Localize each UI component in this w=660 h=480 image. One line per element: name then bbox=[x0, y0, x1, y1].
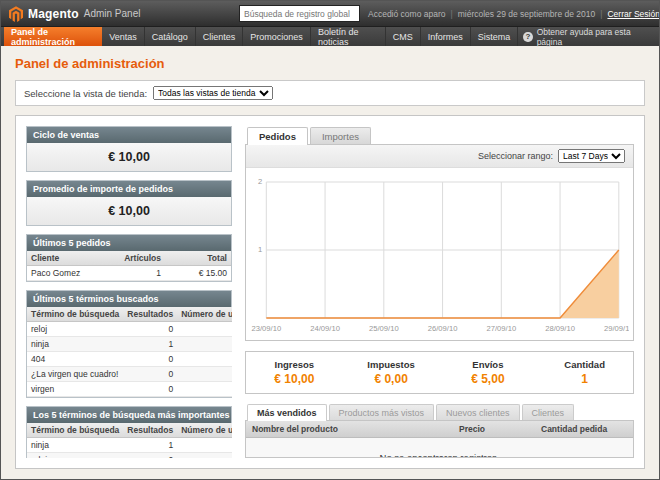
global-search-input[interactable] bbox=[239, 5, 360, 22]
average-orders-box: Promedio de importe de pedidos € 10,00 bbox=[26, 180, 232, 226]
table-cell: 1 bbox=[123, 337, 177, 352]
box-title: Ciclo de ventas bbox=[27, 127, 231, 143]
column-header-price: Precio bbox=[453, 421, 535, 437]
page-help-link[interactable]: ? Obtener ayuda para esta página bbox=[518, 27, 656, 46]
total-impuestos: Impuestos€ 0,00 bbox=[343, 357, 440, 388]
column-header-qty: Cantidad pedida bbox=[535, 421, 633, 437]
svg-text:27/09/10: 27/09/10 bbox=[486, 324, 516, 333]
help-label: Obtener ayuda para esta página bbox=[537, 27, 651, 47]
total-cantidad: Cantidad1 bbox=[536, 357, 633, 388]
table-row: reloj02 bbox=[27, 453, 232, 459]
range-label: Seleccionar rango: bbox=[478, 151, 553, 161]
orders-area-chart: 1223/09/1024/09/1025/09/1026/09/1027/09/… bbox=[250, 172, 629, 336]
table-cell: 1 bbox=[177, 382, 232, 397]
last-orders-box: Últimos 5 pedidos ClienteArtículosTotalP… bbox=[26, 234, 232, 282]
table-cell: reloj bbox=[27, 322, 123, 337]
nav-item-panel-de-administraci-n[interactable]: Panel de administración bbox=[4, 27, 102, 46]
average-orders-value: € 10,00 bbox=[27, 197, 231, 225]
chart-panel: Seleccionar rango: Last 7 Days 1223/09/1… bbox=[245, 144, 634, 341]
nav-item-bolet-n-de-noticias[interactable]: Boletín de noticias bbox=[311, 27, 386, 46]
column-header-t-rmino-de-b-squeda: Término de búsqueda bbox=[27, 307, 123, 322]
nav-item-ventas[interactable]: Ventas bbox=[102, 27, 145, 46]
nav-item-clientes[interactable]: Clientes bbox=[196, 27, 244, 46]
nav-items: Panel de administraciónVentasCatálogoCli… bbox=[4, 27, 518, 46]
dashboard-panel: Ciclo de ventas € 10,00 Promedio de impo… bbox=[15, 115, 645, 469]
table-row: 40401 bbox=[27, 352, 232, 367]
page-title: Panel de administración bbox=[15, 56, 645, 71]
column-header-resultados: Resultados bbox=[123, 307, 177, 322]
last-search-terms-box: Últimos 5 términos buscados Término de b… bbox=[26, 290, 232, 398]
nav-item-cat-logo[interactable]: Catálogo bbox=[145, 27, 196, 46]
table-cell: 0 bbox=[123, 322, 177, 337]
store-view-label: Seleccione la vista de tienda: bbox=[24, 88, 147, 99]
table-row: virgen01 bbox=[27, 382, 232, 397]
table-cell: virgen bbox=[27, 382, 123, 397]
table-cell: 0 bbox=[123, 453, 177, 459]
magento-logo-icon bbox=[9, 6, 23, 22]
table-cell: € 15.00 bbox=[165, 266, 231, 281]
nav-item-promociones[interactable]: Promociones bbox=[243, 27, 311, 46]
tab-pedidos[interactable]: Pedidos bbox=[247, 127, 308, 145]
separator: | bbox=[600, 9, 602, 19]
table-cell: 10 bbox=[177, 438, 232, 453]
separator: | bbox=[451, 9, 453, 19]
lifetime-sales-box: Ciclo de ventas € 10,00 bbox=[26, 126, 232, 172]
magento-admin-window: Magento Admin Panel Accedió como aparo |… bbox=[0, 0, 660, 480]
table-cell: 10 bbox=[177, 337, 232, 352]
header-user-area: Accedió como aparo | miércoles 29 de sep… bbox=[368, 9, 660, 19]
table-cell: 1 bbox=[177, 352, 232, 367]
top-search-terms-table: Término de búsquedaResultadosNúmero de u… bbox=[27, 423, 232, 458]
tab-importes[interactable]: Importes bbox=[310, 127, 371, 145]
products-panel: Nombre del producto Precio Cantidad pedi… bbox=[245, 420, 634, 458]
column-header-total: Total bbox=[165, 251, 231, 266]
total-value: € 10,00 bbox=[250, 372, 339, 386]
tab-productos-m-s-vistos[interactable]: Productos más vistos bbox=[329, 404, 435, 421]
svg-text:1: 1 bbox=[258, 246, 262, 255]
tab-m-s-vendidos[interactable]: Más vendidos bbox=[247, 404, 327, 421]
orders-chart: 1223/09/1024/09/1025/09/1026/09/1027/09/… bbox=[246, 168, 633, 340]
total-label: Impuestos bbox=[347, 359, 436, 370]
magento-logo: Magento Admin Panel bbox=[9, 6, 159, 22]
chart-toolbar: Seleccionar rango: Last 7 Days bbox=[246, 145, 633, 168]
table-cell: 0 bbox=[123, 352, 177, 367]
total-ingresos: Ingresos€ 10,00 bbox=[246, 357, 343, 388]
box-title: Promedio de importe de pedidos bbox=[27, 181, 231, 197]
range-select[interactable]: Last 7 Days bbox=[558, 149, 625, 163]
logout-link[interactable]: Cerrar Sesión bbox=[607, 9, 659, 19]
table-cell: 2 bbox=[177, 322, 232, 337]
column-header-resultados: Resultados bbox=[123, 423, 177, 438]
column-header-n-mero-de-usos: Número de usos bbox=[177, 423, 232, 438]
table-cell: 1 bbox=[123, 438, 177, 453]
table-cell: ninja bbox=[27, 337, 123, 352]
top-search-terms-box: Los 5 términos de búsqueda más important… bbox=[26, 406, 232, 458]
totals-bar: Ingresos€ 10,00Impuestos€ 0,00Envíos€ 5,… bbox=[245, 351, 634, 394]
table-cell: 1 bbox=[115, 266, 165, 281]
logo-title: Magento bbox=[28, 7, 79, 21]
dashboard-right-column: Pedidos Importes Seleccionar rango: Last… bbox=[245, 126, 634, 458]
store-view-select[interactable]: Todas las vistas de tienda bbox=[153, 86, 273, 100]
table-cell: 0 bbox=[123, 367, 177, 382]
column-header-n-mero-de-usos: Número de usos bbox=[177, 307, 232, 322]
tab-clientes[interactable]: Clientes bbox=[522, 404, 575, 421]
tab-nuevos-clientes[interactable]: Nuevos clientes bbox=[436, 404, 520, 421]
main-nav: Panel de administraciónVentasCatálogoCli… bbox=[1, 26, 659, 46]
table-cell: reloj bbox=[27, 453, 123, 459]
total-label: Ingresos bbox=[250, 359, 339, 370]
logo-subtitle: Admin Panel bbox=[84, 8, 141, 19]
box-title: Últimos 5 pedidos bbox=[27, 235, 231, 251]
table-cell: ninja bbox=[27, 438, 123, 453]
table-row: ninja110 bbox=[27, 438, 232, 453]
table-cell: 404 bbox=[27, 352, 123, 367]
svg-text:29/09/10: 29/09/10 bbox=[604, 324, 629, 333]
total-value: € 5,00 bbox=[444, 372, 533, 386]
nav-item-sistema[interactable]: Sistema bbox=[471, 27, 519, 46]
lifetime-sales-value: € 10,00 bbox=[27, 143, 231, 171]
nav-item-cms[interactable]: CMS bbox=[386, 27, 421, 46]
last-orders-table: ClienteArtículosTotalPaco Gomez1€ 15.00 bbox=[27, 251, 231, 281]
report-tabs: Más vendidosProductos más vistosNuevos c… bbox=[245, 403, 634, 420]
table-cell: 2 bbox=[177, 453, 232, 459]
nav-item-informes[interactable]: Informes bbox=[421, 27, 471, 46]
dashboard-left-column: Ciclo de ventas € 10,00 Promedio de impo… bbox=[26, 126, 232, 458]
table-cell: 0 bbox=[123, 382, 177, 397]
table-cell: ¿La virgen que cuadro! bbox=[27, 367, 123, 382]
